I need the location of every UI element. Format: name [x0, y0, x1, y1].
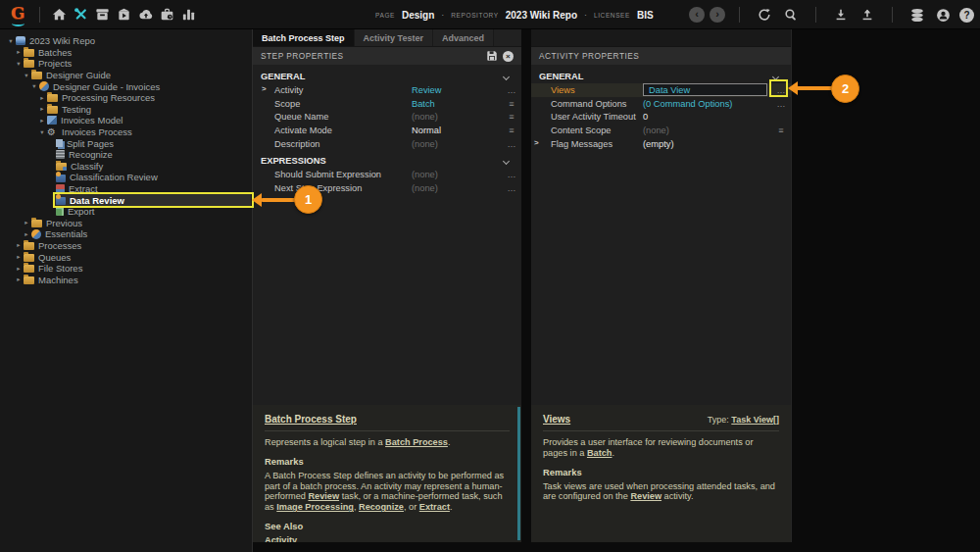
doc-link-extract[interactable]: Extract [419, 502, 450, 512]
ellipsis-button-views[interactable]: … [771, 85, 791, 95]
doc-scrollbar[interactable] [517, 407, 520, 540]
collapsed-expander-icon[interactable]: ▸ [22, 230, 31, 238]
doc-link-batch[interactable]: Batch [587, 448, 612, 458]
collapsed-expander-icon[interactable]: ▸ [14, 241, 24, 249]
content-scope-value[interactable]: (none) [643, 125, 771, 135]
tree-item-projects[interactable]: ▾Projects [0, 58, 252, 70]
save-button[interactable] [484, 49, 499, 64]
package-icon[interactable] [114, 4, 134, 25]
chevron-down-icon[interactable] [503, 73, 510, 79]
section-expressions[interactable]: EXPRESSIONS [253, 154, 521, 168]
tree-item-queues[interactable]: ▸Queues [0, 251, 252, 263]
property-row-activity[interactable]: > Activity Review … [253, 83, 521, 97]
property-row-queue-name[interactable]: Queue Name (none) ≡ [253, 110, 521, 124]
tree-item-previous[interactable]: ▸Previous [0, 218, 252, 229]
doc-link-recognize[interactable]: Recognize [359, 502, 404, 512]
activity-value[interactable]: Review [412, 85, 502, 95]
stats-chart-icon[interactable] [178, 4, 199, 25]
tab-activity-tester[interactable]: Activity Tester [355, 29, 433, 46]
should-submit-value[interactable]: (none) [412, 170, 502, 179]
property-row-should-submit[interactable]: Should Submit Expression (none) … [253, 168, 521, 181]
nav-back-button[interactable]: ‹ [689, 7, 705, 23]
tab-advanced[interactable]: Advanced [433, 29, 494, 46]
upload-button[interactable] [857, 4, 877, 25]
tree-item-invoices-model[interactable]: ▸Invoices Model [0, 115, 252, 126]
menu-button[interactable]: ≡ [771, 125, 791, 135]
ellipsis-button[interactable]: … [502, 139, 521, 149]
collapsed-expander-icon[interactable]: ▸ [14, 276, 24, 283]
repository-value[interactable]: 2023 Wiki Repo [506, 10, 577, 21]
chevron-down-icon[interactable] [772, 73, 779, 79]
download-button[interactable] [830, 4, 851, 25]
next-step-value[interactable]: (none) [412, 183, 502, 193]
property-row-scope[interactable]: Scope Batch ≡ [253, 97, 521, 111]
command-options-value[interactable]: (0 Command Options) [643, 99, 771, 109]
collapsed-expander-icon[interactable]: ▸ [37, 117, 47, 125]
batches-archive-icon[interactable] [92, 4, 113, 25]
tree-item-recognize[interactable]: Recognize [0, 149, 252, 161]
collapsed-expander-icon[interactable]: ▸ [14, 48, 24, 56]
tree-item-classify[interactable]: Classify [0, 161, 252, 173]
tree-item-batches[interactable]: ▸Batches [0, 47, 252, 59]
database-stack-icon[interactable] [906, 4, 927, 25]
tree-item-machines[interactable]: ▸Machines [0, 274, 252, 285]
tab-batch-process-step[interactable]: Batch Process Step [253, 29, 355, 46]
property-row-description[interactable]: Description (none) … [253, 137, 521, 151]
expanded-expander-icon[interactable]: ▾ [29, 82, 39, 90]
doc-link-activity[interactable]: Activity [265, 535, 297, 542]
queue-name-value[interactable]: (none) [412, 112, 502, 122]
property-row-command-options[interactable]: Command Options (0 Command Options) … [531, 97, 791, 111]
expand-arrow-icon[interactable]: > [262, 84, 267, 93]
menu-button[interactable]: ≡ [502, 99, 521, 109]
help-button[interactable]: ? [959, 8, 974, 23]
page-value[interactable]: Design [402, 10, 434, 21]
views-value-input[interactable]: Data View [643, 83, 767, 96]
close-icon[interactable]: × [503, 51, 514, 62]
tree-item-processing-resources[interactable]: ▸Processing Resources [0, 92, 252, 104]
section-general[interactable]: GENERAL [253, 70, 521, 83]
licensee-value[interactable]: BIS [637, 10, 654, 21]
section-general-activity[interactable]: GENERAL [531, 70, 791, 83]
expanded-expander-icon[interactable]: ▾ [37, 128, 47, 136]
tree-item-2023-wiki-repo[interactable]: ▾2023 Wiki Repo [0, 35, 252, 47]
expanded-expander-icon[interactable]: ▾ [22, 72, 31, 79]
tree-item-export[interactable]: Export [0, 206, 252, 218]
doc-link-image-processing[interactable]: Image Processing [276, 502, 354, 512]
tree-item-classification-review[interactable]: Classification Review [0, 172, 252, 183]
tree-item-processes[interactable]: ▸Processes [0, 240, 252, 252]
property-row-views[interactable]: Views Data View … [531, 83, 791, 97]
menu-button[interactable]: ≡ [502, 125, 521, 135]
ellipsis-button[interactable]: … [502, 85, 521, 95]
search-button[interactable] [780, 4, 801, 25]
collapsed-expander-icon[interactable]: ▸ [14, 265, 24, 273]
tree-item-designer-guide[interactable]: ▾Designer Guide [0, 70, 252, 81]
expanded-expander-icon[interactable]: ▾ [14, 60, 24, 68]
property-row-flag-messages[interactable]: > Flag Messages (empty) [531, 137, 791, 151]
property-row-user-activity-timeout[interactable]: User Activity Timeout 0 [531, 110, 791, 124]
nav-forward-button[interactable]: › [710, 7, 725, 23]
collapsed-expander-icon[interactable]: ▸ [37, 94, 47, 102]
scope-value[interactable]: Batch [412, 99, 502, 109]
expanded-expander-icon[interactable]: ▾ [6, 37, 16, 45]
doc-link-task-view[interactable]: Task View[] [731, 415, 779, 425]
ellipsis-button[interactable]: … [771, 99, 791, 109]
account-button[interactable] [933, 4, 954, 25]
briefcase-icon[interactable] [157, 4, 177, 25]
tree-item-designer-guide-invoices[interactable]: ▾Designer Guide - Invoices [0, 80, 252, 92]
tree-item-split-pages[interactable]: Split Pages [0, 137, 252, 149]
refresh-button[interactable] [754, 4, 774, 25]
doc-link-review[interactable]: Review [308, 491, 339, 501]
property-row-activate-mode[interactable]: Activate Mode Normal ≡ [253, 124, 521, 137]
description-value[interactable]: (none) [412, 139, 502, 149]
tree-item-file-stores[interactable]: ▸File Stores [0, 263, 252, 275]
tree-item-testing[interactable]: ▸Testing [0, 104, 252, 116]
home-icon[interactable] [49, 4, 70, 25]
flag-messages-value[interactable]: (empty) [643, 139, 771, 149]
collapsed-expander-icon[interactable]: ▸ [37, 105, 47, 113]
tree-item-essentials[interactable]: ▸Essentials [0, 228, 252, 240]
tree-item-data-review[interactable]: Data Review [0, 194, 252, 206]
ellipsis-button[interactable]: … [502, 170, 521, 179]
timeout-value[interactable]: 0 [643, 112, 771, 122]
doc-link-batch-process[interactable]: Batch Process [385, 437, 448, 447]
property-row-content-scope[interactable]: Content Scope (none) ≡ [531, 124, 791, 137]
